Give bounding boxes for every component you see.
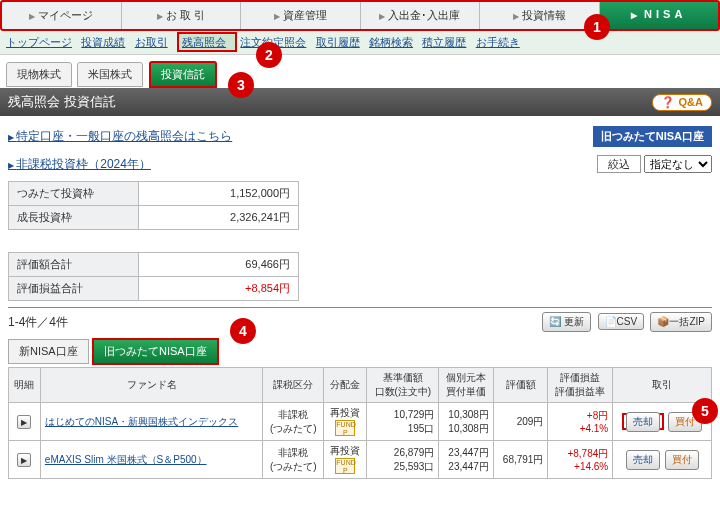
callout-3: 3	[228, 72, 254, 98]
buy-button[interactable]: 買付	[665, 450, 699, 470]
col-val: 評価額	[493, 368, 548, 403]
col-detail: 明細	[9, 368, 41, 403]
holdings-table: 明細 ファンド名 課税区分 分配金 基準価額 口数(注文中) 個別元本 買付単価…	[8, 367, 712, 479]
col-tax: 課税区分	[263, 368, 324, 403]
subnav-history[interactable]: 取引履歴	[316, 36, 360, 48]
callout-4: 4	[230, 318, 256, 344]
zip-button[interactable]: 📦一括ZIP	[650, 312, 712, 332]
col-dist: 分配金	[324, 368, 367, 403]
csv-button[interactable]: 📄CSV	[598, 313, 645, 330]
account-tabs: 新NISA口座 旧つみたてNISA口座	[8, 338, 712, 365]
col-pl: 評価損益 評価損益率	[548, 368, 613, 403]
subnav-perf[interactable]: 投資成績	[81, 36, 125, 48]
nav-nisa[interactable]: NISA	[600, 2, 719, 29]
fund-link[interactable]: はじめてのNISA・新興国株式インデックス	[45, 416, 238, 427]
section-header: 残高照会 投資信託 ❓ Q&A	[0, 88, 720, 116]
section-title: 残高照会 投資信託	[8, 93, 116, 111]
col-base: 基準価額 口数(注文中)	[367, 368, 439, 403]
callout-5: 5	[692, 398, 718, 424]
reinvest-icon: FUNDP	[335, 420, 355, 436]
fund-link[interactable]: eMAXIS Slim 米国株式（S＆P500）	[45, 454, 207, 465]
sub-nav: トップページ 投資成績 お取引 残高照会 注文約定照会 取引履歴 銘柄検索 積立…	[0, 31, 720, 55]
sell-button[interactable]: 売却	[626, 412, 660, 432]
quota-table: つみたて投資枠1,152,000円 成長投資枠2,326,241円	[8, 181, 299, 230]
total-value-v: 69,466円	[139, 253, 299, 277]
pager-range: 1-4件／4件	[8, 314, 68, 331]
totals-table: 評価額合計69,466円 評価損益合計+8,854円	[8, 252, 299, 301]
link-nontax-quota[interactable]: 非課税投資枠（2024年）	[8, 156, 151, 173]
quota-growth-v: 2,326,241円	[139, 206, 299, 230]
callout-2: 2	[256, 42, 282, 68]
quota-growth-h: 成長投資枠	[9, 206, 139, 230]
nav-trade[interactable]: お 取 引	[122, 2, 242, 29]
nav-mypage[interactable]: マイページ	[2, 2, 122, 29]
callout-1: 1	[584, 14, 610, 40]
filter-select[interactable]: 指定なし	[644, 155, 712, 173]
qa-button[interactable]: ❓ Q&A	[652, 94, 712, 111]
quota-tsumitate-h: つみたて投資枠	[9, 182, 139, 206]
filter-label: 絞込	[597, 155, 641, 173]
tab-domestic-stock[interactable]: 現物株式	[6, 62, 72, 87]
subnav-proc[interactable]: お手続き	[476, 36, 520, 48]
col-unit: 個別元本 買付単価	[439, 368, 494, 403]
subnav-balance-active[interactable]: 残高照会	[177, 32, 237, 52]
main-nav: マイページ お 取 引 資産管理 入出金･入出庫 投資情報 NISA	[0, 0, 720, 31]
subnav-trade[interactable]: お取引	[135, 36, 168, 48]
subnav-search[interactable]: 銘柄検索	[369, 36, 413, 48]
total-value-h: 評価額合計	[9, 253, 139, 277]
refresh-button[interactable]: 🔄 更新	[542, 312, 591, 332]
subnav-top[interactable]: トップページ	[6, 36, 72, 48]
nav-cash[interactable]: 入出金･入出庫	[361, 2, 481, 29]
tab-new-nisa[interactable]: 新NISA口座	[8, 339, 89, 364]
link-special-account[interactable]: 特定口座・一般口座の残高照会はこちら	[8, 128, 232, 145]
total-pl-h: 評価損益合計	[9, 277, 139, 301]
total-pl-v: +8,854円	[139, 277, 299, 301]
nav-assets[interactable]: 資産管理	[241, 2, 361, 29]
expand-icon[interactable]: ▶	[17, 415, 31, 429]
nav-info[interactable]: 投資情報	[480, 2, 600, 29]
table-row: ▶ eMAXIS Slim 米国株式（S＆P500） 非課税(つみたて) 再投資…	[9, 441, 712, 479]
pager-row: 1-4件／4件 🔄 更新 📄CSV 📦一括ZIP	[8, 307, 712, 332]
subnav-accum[interactable]: 積立履歴	[422, 36, 466, 48]
table-row: ▶ はじめてのNISA・新興国株式インデックス 非課税(つみたて) 再投資FUN…	[9, 403, 712, 441]
tab-mutual-fund[interactable]: 投資信託	[149, 61, 217, 88]
expand-icon[interactable]: ▶	[17, 453, 31, 467]
sell-button[interactable]: 売却	[626, 450, 660, 470]
badge-old-nisa: 旧つみたてNISA口座	[593, 126, 712, 147]
reinvest-icon: FUNDP	[335, 458, 355, 474]
col-trade: 取引	[613, 368, 712, 403]
quota-tsumitate-v: 1,152,000円	[139, 182, 299, 206]
tab-old-nisa[interactable]: 旧つみたてNISA口座	[92, 338, 219, 365]
col-fund: ファンド名	[40, 368, 262, 403]
product-type-tabs: 現物株式 米国株式 投資信託	[0, 55, 720, 88]
tab-us-stock[interactable]: 米国株式	[77, 62, 143, 87]
